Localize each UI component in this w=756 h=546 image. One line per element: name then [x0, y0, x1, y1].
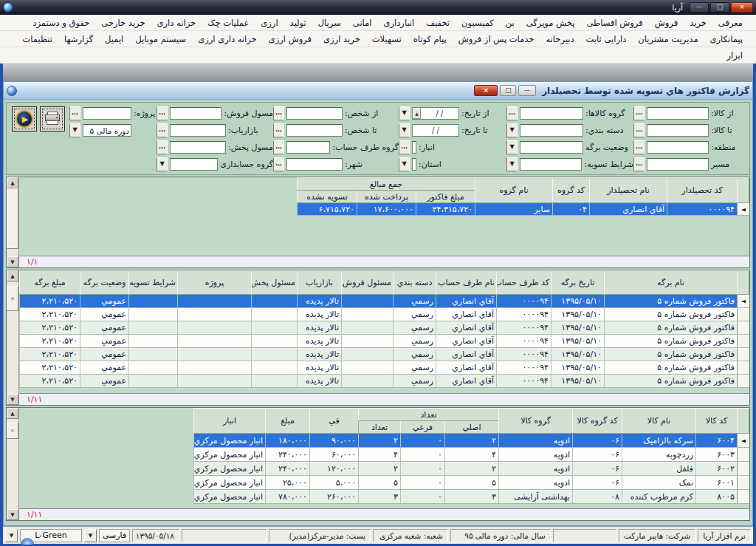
cell-date[interactable]: ۱۳۹۵/۰۵/۱۰ [551, 321, 605, 335]
filter-input[interactable] [286, 107, 343, 120]
menu-item[interactable]: تنظیمات [16, 34, 58, 44]
dropdown-button[interactable]: ▼ [506, 157, 518, 171]
menu-item[interactable]: ابزار [721, 50, 749, 61]
ellipsis-button[interactable]: ... [273, 106, 284, 120]
cell-qty[interactable]: ۳ [358, 490, 400, 504]
dropdown-button[interactable]: ▼ [506, 123, 518, 137]
cell-project[interactable] [178, 321, 252, 335]
cell-amount[interactable]: ۲۴۰،۰۰۰ [265, 462, 309, 476]
cell-project[interactable] [178, 361, 252, 375]
cell-doc_status[interactable]: عمومي [80, 375, 129, 388]
cell-amount[interactable]: ۲،۲۱۰،۵۲۰ [20, 375, 80, 388]
filter-input[interactable] [647, 124, 709, 137]
cell-category[interactable]: رسمي [394, 321, 436, 335]
cell-group_code[interactable]: ۰۶ [573, 448, 622, 462]
dropdown-button[interactable]: ▼ [157, 157, 168, 171]
dropdown-button[interactable]: ▼ [506, 140, 518, 154]
table-row[interactable]: ۶۰۰۲فلفل۰۶ادویه۲۰۲۱۲۰،۰۰۰۲۴۰،۰۰۰انبار مح… [19, 462, 749, 476]
filter-input[interactable] [170, 124, 226, 137]
cell-invoice_amount[interactable]: ۲۴،۳۱۵،۷۲۰ [416, 203, 475, 216]
column-header[interactable]: في [309, 409, 358, 434]
cell-unsettled[interactable]: ۶،۷۱۵،۷۲۰ [297, 203, 357, 216]
cell-project[interactable] [178, 335, 252, 348]
cell-paid[interactable]: ۱۷،۶۰۰،۰۰۰ [357, 203, 416, 216]
column-header[interactable]: نام طرف حساب [436, 271, 497, 295]
cell-account_name[interactable]: آقاي انصاري [436, 335, 497, 348]
cell-amount[interactable]: ۲،۲۱۰،۵۲۰ [20, 295, 80, 308]
cell-sales_manager[interactable] [342, 321, 394, 335]
column-header[interactable]: مسئول پخش [252, 271, 298, 295]
table-row[interactable]: فاکتور فروش شماره ۵۱۳۹۵/۰۵/۱۰۰۰۰۰۹۴آقاي … [20, 375, 749, 388]
cell-code[interactable]: ۸۰۰۵ [696, 490, 738, 504]
cell-account_name[interactable]: آقاي انصاري [436, 375, 497, 388]
cell-group_code[interactable]: ۰۸ [573, 490, 622, 504]
menu-item[interactable]: ارزی [255, 18, 284, 28]
cell-group_name[interactable]: بهداشتی آرایشی [499, 490, 573, 504]
scrollbar-thumb[interactable]: ≡ [7, 423, 18, 439]
scroll-up-icon[interactable]: ▲ [7, 408, 18, 419]
column-header[interactable]: بازاریاب [298, 271, 342, 295]
filter-input[interactable] [647, 141, 709, 154]
menu-item[interactable]: پیام کوتاه [408, 34, 453, 44]
cell-sales_manager[interactable] [342, 308, 394, 321]
cell-settlement_terms[interactable] [129, 361, 178, 375]
table-row[interactable]: فاکتور فروش شماره ۵۱۳۹۵/۰۵/۱۰۰۰۰۰۹۴آقاي … [20, 335, 749, 348]
cell-code[interactable]: ۶۰۰۱ [696, 476, 738, 490]
cell-doc_status[interactable]: عمومي [80, 321, 129, 335]
cell-name[interactable]: فاکتور فروش شماره ۵ [605, 361, 738, 375]
close-button[interactable]: × [731, 2, 753, 13]
run-report-button[interactable]: ▶ [12, 106, 37, 132]
cell-price[interactable]: ۹۰،۰۰۰ [309, 434, 358, 448]
cell-account_code[interactable]: ۰۰۰۰۹۴ [497, 348, 551, 361]
cell-project[interactable] [178, 295, 252, 308]
cell-name[interactable]: کرم مرطوب کننده [622, 490, 696, 504]
table-row[interactable]: ۶۰۰۱نمک۰۶ادویه۵۰۵۵،۰۰۰۲۵،۰۰۰انبار محصول … [19, 476, 749, 490]
cell-store[interactable]: انبار محصول مرکزي [193, 476, 265, 490]
filter-input[interactable] [170, 141, 226, 154]
cell-store[interactable]: انبار محصول مرکزي [193, 448, 265, 462]
cell-distribution_manager[interactable] [252, 321, 298, 335]
cell-sales_manager[interactable] [342, 375, 394, 388]
ellipsis-button[interactable]: ... [399, 140, 410, 154]
column-header[interactable]: کد طرف حساب [497, 271, 551, 295]
cell-account_name[interactable]: آقاي انصاري [436, 361, 497, 375]
table-row[interactable]: فاکتور فروش شماره ۵۱۳۹۵/۰۵/۱۰۰۰۰۰۹۴آقاي … [20, 361, 749, 375]
theme-dropdown-button[interactable]: ▼ [5, 529, 18, 542]
cell-date[interactable]: ۱۳۹۵/۰۵/۱۰ [551, 308, 605, 321]
cell-qty[interactable]: ۲ [358, 434, 400, 448]
cell-account_name[interactable]: آقاي انصاري [436, 295, 497, 308]
cell-code[interactable]: ۶۰۰۴ [696, 434, 738, 448]
menu-item[interactable]: تسهیلات [366, 34, 408, 44]
cell-sub_qty[interactable]: ۰ [401, 448, 445, 462]
scroll-down-icon[interactable]: ▼ [7, 256, 18, 267]
cell-sales_manager[interactable] [342, 361, 394, 375]
column-header[interactable]: کد گروه [553, 178, 590, 203]
cell-date[interactable]: ۱۳۹۵/۰۵/۱۰ [551, 348, 605, 361]
cell-name[interactable]: فلفل [622, 462, 696, 476]
cell-amount[interactable]: ۲،۲۱۰،۵۲۰ [20, 348, 80, 361]
menu-item[interactable]: کمیسیون [456, 18, 500, 28]
cell-sales_manager[interactable] [342, 295, 394, 308]
cell-amount[interactable]: ۲،۲۱۰،۵۲۰ [20, 361, 80, 375]
menu-item[interactable]: خزانه داری [151, 18, 202, 28]
cell-group_name[interactable]: سایر [475, 203, 553, 216]
cell-project[interactable] [178, 375, 252, 388]
filter-dropdown-value[interactable]: دوره مالی ۵ [83, 124, 131, 137]
spin-up-button[interactable]: ▲ [413, 108, 421, 119]
cell-amount[interactable]: ۲،۲۱۰،۵۲۰ [20, 321, 80, 335]
menu-item[interactable]: تخفیف [420, 18, 456, 28]
filter-dropdown-value[interactable] [170, 158, 218, 171]
menu-item[interactable]: معرفی [712, 18, 749, 28]
cell-doc_status[interactable]: عمومي [80, 348, 129, 361]
cell-marketer[interactable]: تالار پدیده [298, 308, 342, 321]
cell-marketer[interactable]: تالار پدیده [298, 321, 342, 335]
column-header[interactable]: فرعي [401, 421, 445, 434]
column-header[interactable]: تاریخ برگه [551, 271, 605, 295]
cell-distribution_manager[interactable] [252, 375, 298, 388]
menu-item[interactable]: خرید خارجی [95, 18, 151, 28]
table-row[interactable]: فاکتور فروش شماره ۵۱۳۹۵/۰۵/۱۰۰۰۰۰۹۴آقاي … [20, 308, 749, 321]
cell-code[interactable]: ۶۰۰۲ [696, 462, 738, 476]
maximize-button[interactable]: □ [710, 2, 729, 13]
menu-item[interactable]: پخش مویرگی [520, 18, 581, 28]
window-minimize-button[interactable]: — [518, 85, 536, 96]
